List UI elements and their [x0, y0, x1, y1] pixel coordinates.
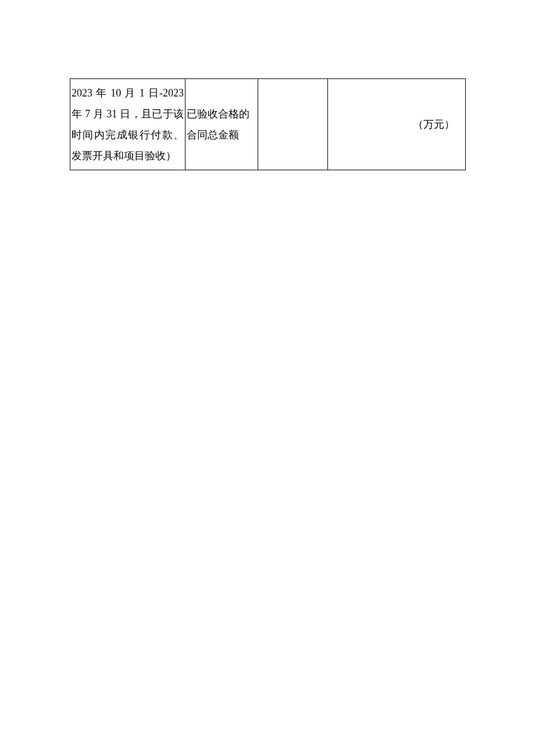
- cell-unit: （万元）: [328, 79, 466, 170]
- data-table: 2023 年 10 月 1 日-2023 年 7 月 31 日，且已于该时间内完…: [70, 78, 466, 170]
- cell-period: 2023 年 10 月 1 日-2023 年 7 月 31 日，且已于该时间内完…: [70, 79, 186, 170]
- cell-value: [258, 79, 328, 170]
- cell-label: 已验收合格的合同总金额: [186, 79, 258, 170]
- table-row: 2023 年 10 月 1 日-2023 年 7 月 31 日，且已于该时间内完…: [70, 79, 466, 170]
- cell-period-text: 2023 年 10 月 1 日-2023 年 7 月 31 日，且已于该时间内完…: [72, 83, 184, 166]
- document-page: 2023 年 10 月 1 日-2023 年 7 月 31 日，且已于该时间内完…: [0, 0, 535, 756]
